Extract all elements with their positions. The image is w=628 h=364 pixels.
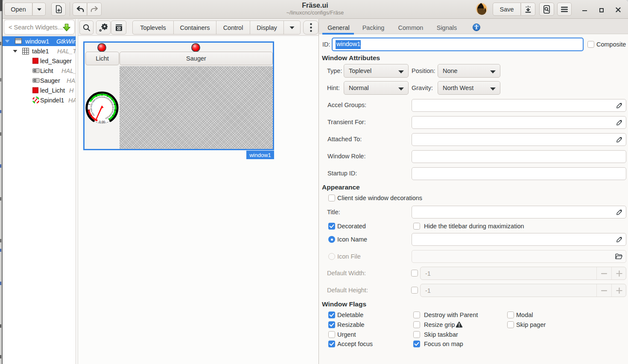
svg-text:on: on — [34, 69, 36, 72]
svg-text:0.00: 0.00 — [99, 120, 105, 124]
svg-text:on: on — [34, 79, 36, 82]
